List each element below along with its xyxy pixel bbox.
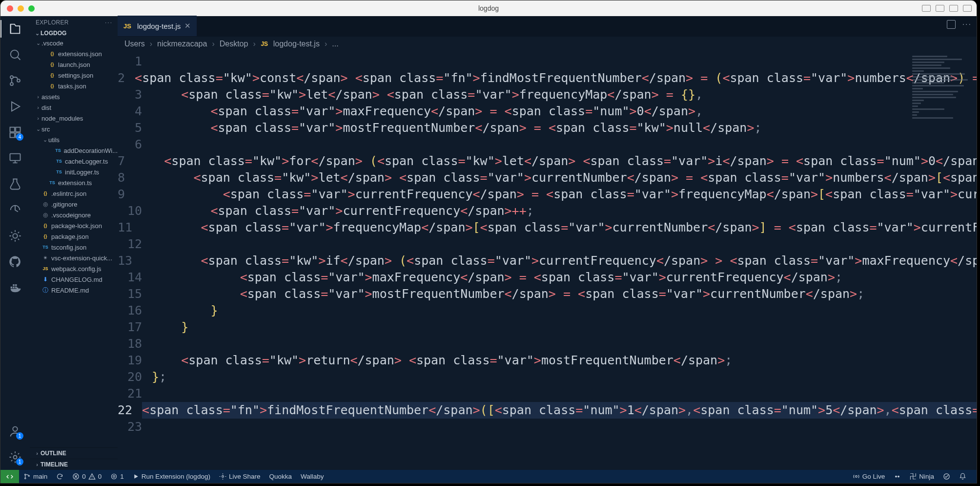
extensions-icon[interactable]: 4 — [8, 126, 22, 139]
problems[interactable]: 0 0 — [68, 470, 106, 483]
tree-item[interactable]: {}package-lock.json — [30, 220, 118, 231]
tree-item[interactable]: ›node_modules — [30, 113, 118, 124]
breadcrumb-users[interactable]: Users — [124, 40, 145, 48]
tree-item[interactable]: TSaddDecorationWi... — [30, 145, 118, 156]
code-text[interactable] — [152, 53, 977, 70]
go-live[interactable]: Go Live — [848, 470, 890, 483]
minimap[interactable] — [912, 54, 971, 123]
panel-bottom-icon[interactable] — [936, 5, 944, 12]
tree-item[interactable]: JSwebpack.config.js — [30, 263, 118, 274]
accounts-icon[interactable]: 1 — [8, 424, 22, 438]
code-text[interactable]: <span class="var">currentFrequency</span… — [152, 203, 977, 219]
code-line[interactable]: 14 <span class="var">maxFrequency</span>… — [118, 269, 977, 286]
tree-item[interactable]: ✴vsc-extension-quick... — [30, 253, 118, 263]
code-line[interactable]: 15 <span class="var">mostFrequentNumber<… — [118, 286, 977, 302]
tree-item[interactable]: ⬇CHANGELOG.md — [30, 274, 118, 285]
panel-left-icon[interactable] — [922, 5, 931, 12]
code-text[interactable]: <span class="var">mostFrequentNumber</sp… — [152, 286, 977, 302]
breadcrumb-user[interactable]: nickmezacapa — [157, 40, 207, 48]
code-text[interactable]: <span class="var">maxFrequency</span> = … — [152, 269, 977, 286]
tree-item[interactable]: {}tasks.json — [30, 81, 118, 91]
github-icon[interactable] — [8, 255, 22, 269]
tree-item[interactable]: {}package.json — [30, 231, 118, 242]
remote-explorer-icon[interactable] — [8, 151, 22, 165]
code-text[interactable]: <span class="var">frequencyMap</span>[<s… — [142, 219, 977, 236]
git-branch[interactable]: main — [19, 470, 52, 483]
tree-item[interactable]: ›dist — [30, 102, 118, 113]
tree-item[interactable]: ⌄utils — [30, 134, 118, 145]
folder-header[interactable]: ⌄ LOGDOG — [30, 29, 118, 38]
code-text[interactable] — [152, 336, 977, 352]
code-line[interactable]: 20}; — [118, 369, 977, 385]
code-line[interactable]: 4 <span class="var">maxFrequency</span> … — [118, 103, 977, 120]
quokka-status[interactable]: Quokka — [265, 470, 296, 483]
code-text[interactable]: <span class="kw">return</span> <span cla… — [152, 352, 977, 369]
code-line[interactable]: 1 — [118, 53, 977, 70]
tree-item[interactable]: TSextension.ts — [30, 177, 118, 188]
testing-icon[interactable] — [8, 177, 22, 191]
tree-item[interactable]: {}extensions.json — [30, 48, 118, 59]
code-text[interactable] — [152, 419, 977, 435]
code-line[interactable]: 22<span class="fn">findMostFrequentNumbe… — [118, 402, 977, 419]
code-text[interactable]: <span class="fn">findMostFrequentNumber<… — [142, 402, 977, 419]
source-control-icon[interactable] — [8, 74, 22, 87]
close-window-icon[interactable] — [7, 5, 13, 12]
tree-item[interactable]: ⌄.vscode — [30, 38, 118, 48]
minimize-window-icon[interactable] — [18, 5, 24, 12]
code-line[interactable]: 12 — [118, 236, 977, 253]
close-tab-icon[interactable]: ✕ — [184, 21, 191, 30]
code-text[interactable]: <span class="kw">for</span> (<span class… — [135, 153, 977, 169]
code-line[interactable]: 16 } — [118, 302, 977, 319]
code-line[interactable]: 9 <span class="var">currentFrequency</sp… — [118, 186, 977, 203]
outline-section[interactable]: ›OUTLINE — [30, 447, 118, 459]
split-editor-icon[interactable] — [947, 20, 956, 29]
search-icon[interactable] — [8, 48, 22, 62]
timeline-section[interactable]: ›TIMELINE — [30, 459, 118, 470]
breadcrumb-desktop[interactable]: Desktop — [220, 40, 248, 48]
ninja-status[interactable]: 卍 Ninja — [905, 470, 939, 483]
tree-item[interactable]: ⓘREADME.md — [30, 285, 118, 296]
code-editor[interactable]: 12<span class="kw">const</span> <span cl… — [118, 51, 977, 470]
code-text[interactable] — [152, 385, 977, 402]
tree-item[interactable]: {}.eslintrc.json — [30, 188, 118, 199]
git-sync[interactable] — [52, 470, 68, 483]
code-line[interactable]: 3 <span class="kw">let</span> <span clas… — [118, 86, 977, 103]
code-text[interactable]: <span class="kw">let</span> <span class=… — [152, 86, 977, 103]
code-text[interactable]: } — [152, 319, 977, 336]
code-text[interactable]: } — [152, 302, 977, 319]
code-line[interactable]: 7 <span class="kw">for</span> (<span cla… — [118, 153, 977, 169]
code-line[interactable]: 2<span class="kw">const</span> <span cla… — [118, 70, 977, 86]
code-text[interactable] — [152, 236, 977, 253]
run-debug-icon[interactable] — [8, 100, 22, 113]
tree-item[interactable]: {}settings.json — [30, 70, 118, 81]
code-line[interactable]: 8 <span class="kw">let</span> <span clas… — [118, 169, 977, 186]
more-actions-icon[interactable]: ··· — [962, 20, 972, 29]
notifications-icon[interactable] — [955, 470, 971, 483]
wallaby-status[interactable]: Wallaby — [296, 470, 328, 483]
code-line[interactable]: 5 <span class="var">mostFrequentNumber</… — [118, 120, 977, 136]
sidebar-more-icon[interactable]: ··· — [105, 19, 113, 26]
code-line[interactable]: 11 <span class="var">frequencyMap</span>… — [118, 219, 977, 236]
tree-item[interactable]: TStsconfig.json — [30, 242, 118, 253]
tab-logdog-test[interactable]: JS logdog-test.js ✕ — [118, 16, 197, 36]
code-text[interactable]: <span class="var">currentFrequency</span… — [135, 186, 977, 203]
run-extension[interactable]: Run Extension (logdog) — [128, 470, 215, 483]
code-line[interactable]: 10 <span class="var">currentFrequency</s… — [118, 203, 977, 219]
layout-icon[interactable] — [963, 5, 972, 12]
tree-item[interactable]: TScacheLogger.ts — [30, 156, 118, 167]
code-text[interactable] — [152, 136, 977, 153]
tree-item[interactable]: {}launch.json — [30, 59, 118, 70]
breadcrumbs[interactable]: Users › nickmezacapa › Desktop › JS logd… — [118, 37, 977, 51]
code-text[interactable]: <span class="var">maxFrequency</span> = … — [152, 103, 977, 120]
explorer-icon[interactable] — [8, 22, 22, 36]
manage-icon[interactable]: 1 — [8, 450, 22, 464]
ports[interactable]: 1 — [106, 470, 128, 483]
code-text[interactable]: <span class="var">mostFrequentNumber</sp… — [152, 120, 977, 136]
breadcrumb-tail[interactable]: ... — [332, 40, 338, 48]
maximize-window-icon[interactable] — [28, 5, 35, 12]
copilot-icon[interactable] — [8, 229, 22, 243]
code-text[interactable]: <span class="kw">const</span> <span clas… — [135, 70, 977, 86]
code-text[interactable]: <span class="kw">if</span> (<span class=… — [142, 253, 977, 269]
copilot-status[interactable] — [889, 470, 905, 483]
liveshare-icon[interactable] — [8, 203, 22, 217]
